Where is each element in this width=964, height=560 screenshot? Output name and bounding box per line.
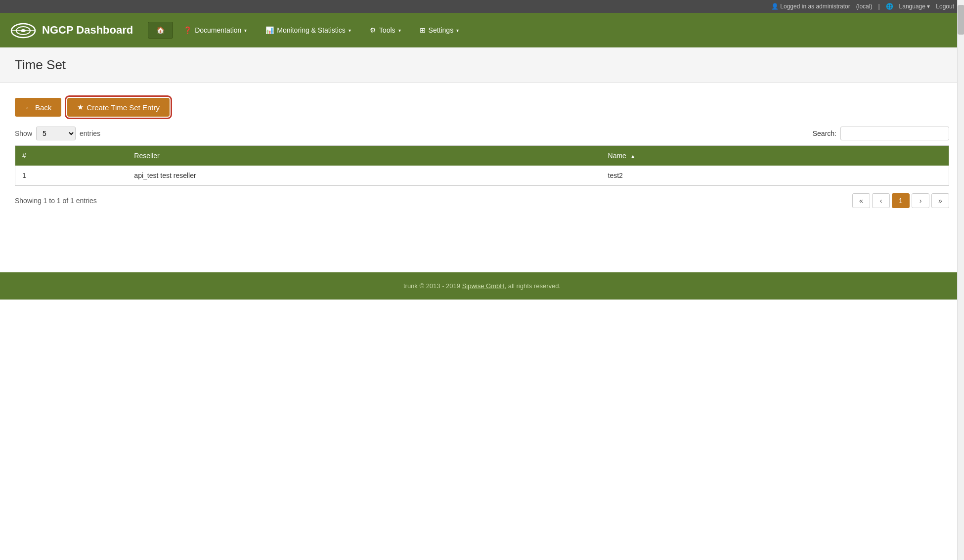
logo-icon — [10, 22, 37, 39]
page-btn-[interactable]: « — [852, 193, 870, 208]
col-reseller: Reseller — [127, 146, 601, 166]
star-icon: ★ — [77, 103, 84, 112]
nav-documentation[interactable]: ❓ Documentation ▾ — [175, 22, 255, 39]
monitoring-dropdown-arrow: ▾ — [349, 28, 351, 33]
search-label: Search: — [813, 129, 836, 137]
showing-text: Showing 1 to 1 of 1 entries — [15, 197, 97, 205]
logout-link[interactable]: Logout — [936, 3, 954, 10]
settings-icon: ⊞ — [420, 26, 426, 34]
tools-dropdown-arrow: ▾ — [398, 28, 401, 33]
back-button[interactable]: ← Back — [15, 98, 61, 117]
cell-num: 1 — [15, 166, 128, 186]
page-btn-[interactable]: ‹ — [872, 193, 890, 208]
tools-icon: ⚙ — [370, 26, 376, 34]
cell-actions — [861, 166, 949, 186]
page-btn-1[interactable]: 1 — [892, 193, 910, 208]
scrollbar-thumb[interactable] — [958, 5, 964, 35]
cell-reseller: api_test test reseller — [127, 166, 601, 186]
entries-label: entries — [80, 129, 100, 137]
cell-name: test2 — [601, 166, 861, 186]
page-btn-[interactable]: › — [912, 193, 929, 208]
nav-monitoring[interactable]: 📊 Monitoring & Statistics ▾ — [257, 22, 359, 39]
page-btn-[interactable]: » — [931, 193, 949, 208]
pagination-area: Showing 1 to 1 of 1 entries «‹1›» — [15, 193, 949, 208]
table-header: # Reseller Name ▲ — [15, 146, 949, 166]
table-row: 1 api_test test reseller test2 — [15, 166, 949, 186]
search-row: Search: — [813, 127, 949, 140]
documentation-icon: ❓ — [183, 26, 192, 34]
top-bar: 👤 Logged in as administrator (local) | 🌐… — [0, 0, 964, 13]
back-icon: ← — [25, 103, 32, 112]
table-body: 1 api_test test reseller test2 — [15, 166, 949, 186]
show-label: Show — [15, 129, 32, 137]
page-header: Time Set — [0, 47, 964, 83]
logo-text: NGCP Dashboard — [42, 24, 133, 37]
scrollbar-track[interactable] — [957, 0, 964, 300]
button-row: ← Back ★ Create Time Set Entry — [15, 98, 949, 117]
logo: NGCP Dashboard — [10, 22, 133, 39]
col-num: # — [15, 146, 128, 166]
footer: trunk © 2013 - 2019 Sipwise GmbH, all ri… — [0, 272, 964, 300]
monitoring-icon: 📊 — [265, 26, 274, 34]
col-actions — [861, 146, 949, 166]
language-separator: | — [878, 3, 879, 10]
nav-settings[interactable]: ⊞ Settings ▾ — [411, 22, 468, 39]
settings-dropdown-arrow: ▾ — [456, 28, 459, 33]
data-table: # Reseller Name ▲ 1 api_test test resell… — [15, 145, 949, 186]
show-entries: Show 5102550100 entries — [15, 127, 100, 140]
locale-text: (local) — [856, 3, 873, 10]
nav-tools[interactable]: ⚙ Tools ▾ — [361, 22, 409, 39]
logged-in-text: 👤 Logged in as administrator — [771, 3, 850, 10]
main-content: ← Back ★ Create Time Set Entry Show 5102… — [0, 83, 964, 223]
footer-text: trunk © 2013 - 2019 Sipwise GmbH, all ri… — [403, 282, 561, 290]
page-title: Time Set — [15, 57, 949, 73]
create-time-set-entry-button[interactable]: ★ Create Time Set Entry — [67, 98, 170, 117]
main-nav: 🏠 ❓ Documentation ▾ 📊 Monitoring & Stati… — [148, 22, 467, 39]
pagination: «‹1›» — [852, 193, 949, 208]
language-link[interactable]: Language ▾ — [899, 3, 930, 10]
main-header: NGCP Dashboard 🏠 ❓ Documentation ▾ 📊 Mon… — [0, 13, 964, 47]
search-input[interactable] — [840, 127, 949, 140]
nav-home[interactable]: 🏠 — [148, 22, 173, 39]
show-select[interactable]: 5102550100 — [36, 127, 76, 140]
table-controls: Show 5102550100 entries Search: — [15, 127, 949, 140]
col-name[interactable]: Name ▲ — [601, 146, 861, 166]
sort-arrow-name: ▲ — [630, 153, 636, 159]
documentation-dropdown-arrow: ▾ — [244, 28, 247, 33]
sipwise-link[interactable]: Sipwise GmbH — [462, 282, 505, 290]
